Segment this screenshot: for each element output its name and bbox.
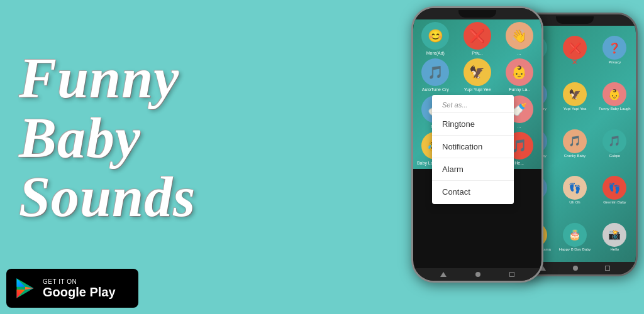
menu-item-alarm[interactable]: Alarm (432, 160, 514, 179)
front-icon-label-11: He... (514, 161, 524, 166)
title-line2: Baby (19, 109, 196, 168)
left-section: Funny Baby Sounds (19, 19, 365, 257)
front-icon-circle-3: 🎵 (421, 58, 449, 86)
phones-area: 😊 More(Ad) ❌ ❌ ❓ Privacy 🎵 AutoTune Cry … (374, 0, 644, 314)
phone-front: 😊 More(Ad) ❌ Priv... 👋 ... 🎵 AutoTune Cr… (411, 6, 543, 283)
back-icon-circle-11: 👣 (602, 176, 626, 200)
front-nav-back (440, 272, 447, 277)
front-icon-circle-5: 👶 (506, 58, 533, 86)
front-icon-label-2: ... (518, 51, 521, 56)
back-app-icon-1[interactable]: ❌ ❌ (556, 28, 593, 72)
back-icon-label-8: Gukpo (609, 154, 620, 158)
back-icon-circle-2: ❓ (602, 36, 626, 60)
back-icon-circle-5: 👶 (602, 82, 626, 106)
back-nav-recent (605, 266, 610, 271)
back-icon-label-14: Hello (610, 247, 619, 252)
context-menu-header: Set as... (432, 97, 514, 111)
menu-item-ringtone[interactable]: Ringtone (432, 114, 514, 134)
front-app-icon-1[interactable]: ❌ Priv... (458, 22, 497, 56)
front-app-icon-5[interactable]: 👶 Funny La.. (499, 58, 539, 92)
menu-item-notification[interactable]: Notification (432, 137, 514, 156)
phone-front-screen: 😊 More(Ad) ❌ Priv... 👋 ... 🎵 AutoTune Cr… (413, 19, 541, 268)
menu-divider-4 (432, 180, 514, 181)
back-icon-label-10: Uh Oh (569, 200, 580, 205)
back-icon-circle-8: 🎵 (602, 129, 626, 153)
front-icon-label-5: Funny La.. (509, 87, 530, 92)
front-icon-circle-2: 👋 (506, 22, 533, 50)
back-icon-circle-7: 🎵 (563, 129, 587, 153)
menu-item-contact[interactable]: Contact (432, 182, 514, 202)
menu-divider-1 (432, 112, 514, 113)
play-store-icon (14, 277, 36, 300)
get-it-on-text: GET IT ON (43, 278, 116, 285)
back-app-icon-2[interactable]: ❓ Privacy (596, 28, 633, 72)
title-line3: Sounds (19, 168, 196, 227)
front-icon-label-0: More(Ad) (426, 51, 445, 56)
front-icon-label-3: AutoTune Cry (422, 87, 449, 92)
front-app-icon-4[interactable]: 🦅 Yupi Yupi Yee (458, 58, 497, 92)
google-play-badge[interactable]: GET IT ON Google Play (6, 269, 138, 308)
front-icon-label-8: ... (518, 124, 521, 129)
front-icon-circle-4: 🦅 (464, 58, 491, 86)
back-icon-circle-10: 👣 (563, 176, 587, 200)
back-app-icon-7[interactable]: 🎵 Cranky Baby (556, 122, 593, 166)
back-icon-label-11: Gremlin Baby (603, 200, 626, 205)
back-icon-label-4: Yupi Yupi Yea (564, 107, 587, 111)
back-nav-home (573, 266, 578, 271)
front-nav-home (475, 272, 480, 277)
front-icon-circle-1: ❌ (464, 22, 491, 50)
phone-front-notch (458, 10, 496, 18)
front-nav-recent (509, 272, 514, 277)
back-icon-circle-13: 🎂 (563, 223, 587, 247)
back-app-icon-13[interactable]: 🎂 Happy B Day Baby (556, 215, 593, 259)
front-app-icon-3[interactable]: 🎵 AutoTune Cry (416, 58, 455, 92)
front-app-icon-2[interactable]: 👋 ... (499, 22, 539, 56)
menu-divider-2 (432, 135, 514, 136)
context-menu: Set as... Ringtone Notification Alarm Co… (432, 95, 514, 204)
back-app-icon-11[interactable]: 👣 Gremlin Baby (596, 168, 633, 212)
phone-back-notch (556, 16, 594, 24)
front-icon-label-4: Yupi Yupi Yee (464, 87, 491, 92)
front-app-icon-0[interactable]: 😊 More(Ad) (416, 22, 455, 56)
back-app-icon-8[interactable]: 🎵 Gukpo (596, 122, 633, 166)
phone-front-bottom-bar (413, 268, 541, 281)
back-icon-circle-1: ❌ (563, 36, 587, 60)
back-app-icon-10[interactable]: 👣 Uh Oh (556, 168, 593, 212)
back-icon-label-7: Cranky Baby (564, 154, 586, 158)
play-text: GET IT ON Google Play (43, 278, 116, 299)
back-icon-label-1: ❌ (572, 60, 577, 65)
front-icon-label-1: Priv... (472, 51, 482, 56)
back-icon-label-13: Happy B Day Baby (559, 247, 591, 252)
back-app-icon-5[interactable]: 👶 Funny Baby Laugh (596, 75, 633, 119)
app-title: Funny Baby Sounds (19, 49, 196, 227)
back-app-icon-4[interactable]: 🦅 Yupi Yupi Yea (556, 75, 593, 119)
back-icon-circle-14: 📸 (602, 223, 626, 247)
back-icon-label-5: Funny Baby Laugh (599, 107, 630, 111)
title-line1: Funny (19, 49, 196, 109)
phone-front-top-bar (413, 8, 541, 19)
back-icon-circle-4: 🦅 (563, 82, 587, 106)
back-icon-label-2: Privacy (608, 60, 621, 65)
google-play-text: Google Play (43, 285, 116, 299)
phone-front-inner: 😊 More(Ad) ❌ Priv... 👋 ... 🎵 AutoTune Cr… (413, 8, 541, 281)
menu-divider-3 (432, 158, 514, 158)
back-app-icon-14[interactable]: 📸 Hello (596, 215, 633, 259)
front-icon-circle-0: 😊 (421, 22, 449, 50)
